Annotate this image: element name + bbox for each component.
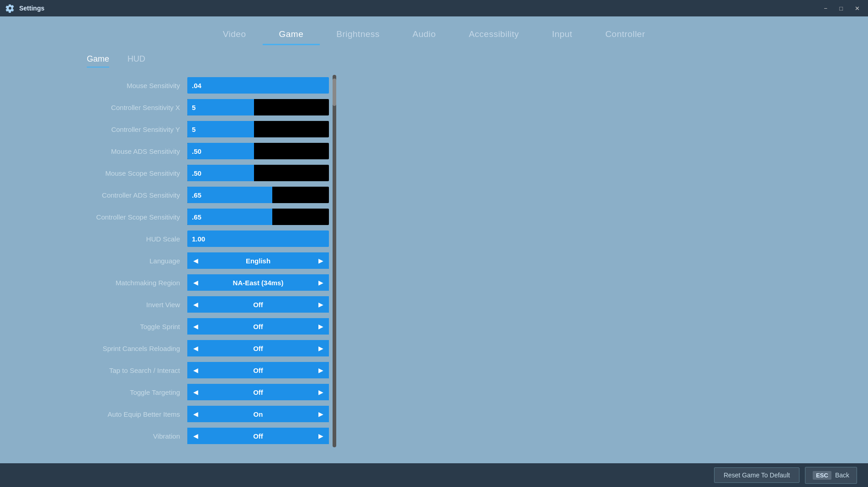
cycle-value-sprint-cancels-reloading: Off: [204, 340, 312, 356]
tab-video[interactable]: Video: [206, 25, 263, 45]
slider-control-controller-sensitivity-y[interactable]: 5: [187, 121, 329, 137]
cycle-left-arrow-tap-to-search-interact[interactable]: ◀: [187, 362, 204, 378]
slider-value-mouse-scope-sensitivity: .50: [192, 169, 201, 177]
scrollbar-thumb[interactable]: [333, 79, 336, 106]
back-label: Back: [835, 471, 849, 479]
setting-row-matchmaking-region: Matchmaking Region◀NA-East (34ms)▶: [82, 272, 329, 293]
cycle-right-arrow-sprint-cancels-reloading[interactable]: ▶: [312, 340, 329, 356]
tab-input[interactable]: Input: [535, 25, 589, 45]
setting-row-tap-to-search-interact: Tap to Search / Interact◀Off▶: [82, 360, 329, 381]
back-button[interactable]: ESC Back: [805, 467, 857, 484]
cycle-right-arrow-toggle-sprint[interactable]: ▶: [312, 318, 329, 335]
cycle-control-tap-to-search-interact: ◀Off▶: [187, 362, 329, 378]
tab-controller[interactable]: Controller: [589, 25, 662, 45]
setting-label-invert-view: Invert View: [82, 301, 187, 309]
cycle-value-matchmaking-region: NA-East (34ms): [204, 274, 312, 291]
setting-row-toggle-sprint: Toggle Sprint◀Off▶: [82, 316, 329, 337]
setting-label-tap-to-search-interact: Tap to Search / Interact: [82, 367, 187, 374]
reset-game-default-button[interactable]: Reset Game To Default: [714, 467, 799, 483]
setting-label-controller-ads-sensitivity: Controller ADS Sensitivity: [82, 191, 187, 199]
tab-accessibility[interactable]: Accessibility: [452, 25, 535, 45]
maximize-button[interactable]: □: [836, 4, 846, 13]
titlebar-controls: − □ ✕: [821, 4, 863, 13]
cycle-value-toggle-targeting: Off: [204, 384, 312, 400]
scrollbar[interactable]: [333, 75, 336, 447]
cycle-control-toggle-sprint: ◀Off▶: [187, 318, 329, 335]
cycle-left-arrow-matchmaking-region[interactable]: ◀: [187, 274, 204, 291]
slider-fill-controller-sensitivity-x: [187, 99, 254, 115]
cycle-left-arrow-language[interactable]: ◀: [187, 252, 204, 269]
setting-row-auto-equip-better-items: Auto Equip Better Items◀On▶: [82, 403, 329, 424]
sub-tab-game[interactable]: Game: [87, 54, 109, 68]
cycle-right-arrow-invert-view[interactable]: ▶: [312, 296, 329, 313]
slider-fill-controller-sensitivity-y: [187, 121, 254, 137]
tab-brightness[interactable]: Brightness: [320, 25, 396, 45]
cycle-right-arrow-language[interactable]: ▶: [312, 252, 329, 269]
slider-control-controller-scope-sensitivity[interactable]: .65: [187, 209, 329, 225]
cycle-right-arrow-auto-equip-better-items[interactable]: ▶: [312, 406, 329, 422]
setting-row-mouse-scope-sensitivity: Mouse Scope Sensitivity.50: [82, 162, 329, 183]
cycle-left-arrow-toggle-targeting[interactable]: ◀: [187, 384, 204, 400]
setting-row-mouse-ads-sensitivity: Mouse ADS Sensitivity.50: [82, 141, 329, 162]
setting-row-vibration: Vibration◀Off▶: [82, 425, 329, 446]
cycle-left-arrow-invert-view[interactable]: ◀: [187, 296, 204, 313]
setting-label-toggle-sprint: Toggle Sprint: [82, 323, 187, 330]
bottom-bar: Reset Game To Default ESC Back: [0, 463, 868, 487]
cycle-right-arrow-vibration[interactable]: ▶: [312, 428, 329, 444]
cycle-control-invert-view: ◀Off▶: [187, 296, 329, 313]
cycle-control-auto-equip-better-items: ◀On▶: [187, 406, 329, 422]
slider-control-mouse-ads-sensitivity[interactable]: .50: [187, 143, 329, 159]
slider-value-controller-ads-sensitivity: .65: [192, 191, 201, 199]
cycle-value-vibration: Off: [204, 428, 312, 444]
setting-row-toggle-targeting: Toggle Targeting◀Off▶: [82, 382, 329, 403]
setting-row-controller-sensitivity-x: Controller Sensitivity X5: [82, 97, 329, 118]
setting-label-mouse-ads-sensitivity: Mouse ADS Sensitivity: [82, 147, 187, 155]
cycle-right-arrow-matchmaking-region[interactable]: ▶: [312, 274, 329, 291]
setting-label-language: Language: [82, 257, 187, 265]
minimize-button[interactable]: −: [821, 4, 831, 13]
titlebar-left: Settings: [5, 4, 44, 13]
slider-value-controller-sensitivity-x: 5: [192, 104, 196, 111]
setting-label-toggle-targeting: Toggle Targeting: [82, 388, 187, 396]
cycle-control-matchmaking-region: ◀NA-East (34ms)▶: [187, 274, 329, 291]
slider-value-controller-scope-sensitivity: .65: [192, 213, 201, 221]
settings-gear-icon: [5, 4, 15, 13]
setting-label-vibration: Vibration: [82, 432, 187, 440]
slider-value-hud-scale: 1.00: [192, 235, 205, 243]
cycle-left-arrow-auto-equip-better-items[interactable]: ◀: [187, 406, 204, 422]
cycle-value-auto-equip-better-items: On: [204, 406, 312, 422]
titlebar: Settings − □ ✕: [0, 0, 868, 16]
cycle-value-language: English: [204, 252, 312, 269]
sub-tab-hud[interactable]: HUD: [127, 54, 145, 68]
cycle-value-invert-view: Off: [204, 296, 312, 313]
slider-control-hud-scale[interactable]: 1.00: [187, 230, 329, 247]
close-button[interactable]: ✕: [852, 4, 863, 13]
slider-control-controller-sensitivity-x[interactable]: 5: [187, 99, 329, 115]
cycle-left-arrow-sprint-cancels-reloading[interactable]: ◀: [187, 340, 204, 356]
setting-row-mouse-sensitivity: Mouse Sensitivity.04: [82, 75, 329, 96]
content-area: Game HUD Mouse Sensitivity.04Controller …: [0, 45, 868, 487]
slider-control-mouse-scope-sensitivity[interactable]: .50: [187, 165, 329, 181]
cycle-left-arrow-toggle-sprint[interactable]: ◀: [187, 318, 204, 335]
cycle-right-arrow-toggle-targeting[interactable]: ▶: [312, 384, 329, 400]
setting-label-controller-sensitivity-y: Controller Sensitivity Y: [82, 126, 187, 133]
setting-label-matchmaking-region: Matchmaking Region: [82, 279, 187, 287]
slider-control-mouse-sensitivity[interactable]: .04: [187, 77, 329, 94]
tab-game[interactable]: Game: [263, 25, 320, 45]
setting-row-sprint-cancels-reloading: Sprint Cancels Reloading◀Off▶: [82, 338, 329, 359]
cycle-value-toggle-sprint: Off: [204, 318, 312, 335]
tab-audio[interactable]: Audio: [396, 25, 452, 45]
setting-row-controller-ads-sensitivity: Controller ADS Sensitivity.65: [82, 184, 329, 205]
nav-tabs: Video Game Brightness Audio Accessibilit…: [0, 16, 868, 45]
cycle-control-toggle-targeting: ◀Off▶: [187, 384, 329, 400]
setting-row-language: Language◀English▶: [82, 250, 329, 271]
settings-panel: Mouse Sensitivity.04Controller Sensitivi…: [82, 75, 329, 446]
cycle-left-arrow-vibration[interactable]: ◀: [187, 428, 204, 444]
setting-label-controller-sensitivity-x: Controller Sensitivity X: [82, 104, 187, 111]
cycle-right-arrow-tap-to-search-interact[interactable]: ▶: [312, 362, 329, 378]
slider-control-controller-ads-sensitivity[interactable]: .65: [187, 187, 329, 203]
setting-label-mouse-scope-sensitivity: Mouse Scope Sensitivity: [82, 169, 187, 177]
main-area: Video Game Brightness Audio Accessibilit…: [0, 16, 868, 487]
setting-label-auto-equip-better-items: Auto Equip Better Items: [82, 410, 187, 418]
setting-row-hud-scale: HUD Scale1.00: [82, 228, 329, 249]
